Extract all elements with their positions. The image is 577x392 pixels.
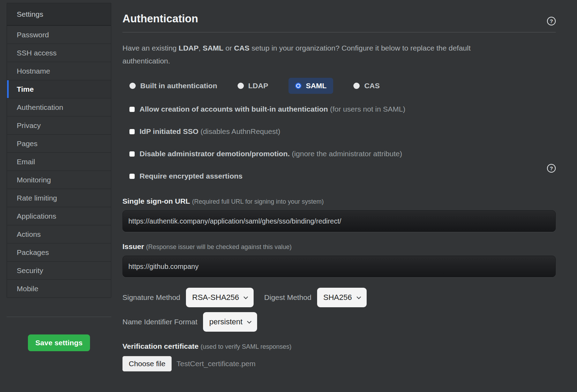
verification-certificate-label-row: Verification certificate (used to verify… bbox=[122, 342, 556, 350]
sidebar-item-applications[interactable]: Applications bbox=[7, 207, 111, 225]
checkbox-unchecked-icon[interactable] bbox=[129, 129, 135, 134]
sidebar-item-packages[interactable]: Packages bbox=[7, 243, 111, 261]
checkbox-text: IdP initiated SSO (disables AuthnRequest… bbox=[140, 127, 280, 136]
checkbox-row-builtin-accounts[interactable]: Allow creation of accounts with built-in… bbox=[129, 105, 556, 113]
sidebar-item-mobile[interactable]: Mobile bbox=[7, 279, 111, 297]
checkbox-row-idp-sso[interactable]: IdP initiated SSO (disables AuthnRequest… bbox=[129, 127, 556, 136]
checkbox-text: Disable administrator demotion/promotion… bbox=[140, 150, 402, 158]
intro-text: Have an existing LDAP, SAML or CAS setup… bbox=[122, 42, 513, 67]
sso-url-input[interactable] bbox=[122, 210, 556, 232]
issuer-section: Issuer (Response issuer will be checked … bbox=[122, 242, 556, 277]
signature-method-select[interactable]: RSA-SHA256 bbox=[186, 288, 254, 307]
certificate-filename: TestCert_certificate.pem bbox=[177, 360, 255, 368]
settings-sidebar: Settings Password SSH access Hostname Ti… bbox=[7, 3, 111, 351]
sidebar-item-actions[interactable]: Actions bbox=[7, 225, 111, 243]
radio-cas[interactable]: CAS bbox=[353, 82, 380, 90]
name-identifier-format-select[interactable]: persistent bbox=[203, 312, 257, 332]
checkbox-unchecked-icon[interactable] bbox=[129, 107, 135, 112]
radio-unchecked-icon bbox=[129, 83, 136, 89]
checkbox-unchecked-icon[interactable] bbox=[129, 174, 135, 179]
certificate-file-row: Choose file TestCert_certificate.pem bbox=[122, 356, 556, 371]
chevron-down-icon bbox=[243, 295, 248, 299]
title-divider bbox=[122, 32, 556, 32]
chevron-down-icon bbox=[357, 295, 361, 299]
checkbox-row-disable-admin-demotion[interactable]: Disable administrator demotion/promotion… bbox=[129, 150, 556, 158]
radio-built-in-authentication[interactable]: Built in authentication bbox=[129, 82, 217, 90]
checkbox-text: Require encrypted assertions bbox=[140, 172, 242, 180]
issuer-input[interactable] bbox=[122, 256, 556, 277]
digest-method-label: Digest Method bbox=[264, 293, 311, 302]
chevron-down-icon bbox=[247, 319, 252, 324]
authentication-settings-page: Settings Password SSH access Hostname Ti… bbox=[0, 0, 577, 392]
sso-url-label-row: Single sign-on URL (Required full URL fo… bbox=[122, 197, 556, 205]
sidebar-header: Settings bbox=[7, 3, 111, 25]
sidebar-item-monitoring[interactable]: Monitoring bbox=[7, 171, 111, 189]
choose-file-button[interactable]: Choose file bbox=[122, 356, 172, 371]
checkbox-unchecked-icon[interactable] bbox=[129, 151, 135, 157]
verification-certificate-section: Verification certificate (used to verify… bbox=[122, 342, 556, 371]
sidebar-item-password[interactable]: Password bbox=[7, 25, 111, 44]
encrypted-assertions-help-icon[interactable] bbox=[547, 164, 556, 173]
radio-unchecked-icon bbox=[238, 83, 244, 89]
name-identifier-format-label: Name Identifier Format bbox=[122, 318, 197, 326]
help-icon[interactable] bbox=[547, 17, 556, 25]
settings-nav: Settings Password SSH access Hostname Ti… bbox=[7, 3, 111, 298]
radio-ldap[interactable]: LDAP bbox=[238, 82, 268, 90]
sidebar-item-rate-limiting[interactable]: Rate limiting bbox=[7, 189, 111, 207]
sidebar-item-ssh-access[interactable]: SSH access bbox=[7, 44, 111, 62]
sidebar-item-privacy[interactable]: Privacy bbox=[7, 116, 111, 134]
sidebar-item-pages[interactable]: Pages bbox=[7, 134, 111, 152]
sidebar-divider bbox=[7, 317, 111, 317]
authentication-section: Authentication Have an existing LDAP, SA… bbox=[122, 0, 556, 371]
signature-method-label: Signature Method bbox=[122, 293, 180, 302]
sidebar-item-authentication[interactable]: Authentication bbox=[7, 98, 111, 116]
sidebar-item-security[interactable]: Security bbox=[7, 261, 111, 279]
sso-url-section: Single sign-on URL (Required full URL fo… bbox=[122, 197, 556, 232]
digest-method-select[interactable]: SHA256 bbox=[317, 288, 367, 307]
checkbox-text: Allow creation of accounts with built-in… bbox=[140, 105, 405, 113]
page-title: Authentication bbox=[122, 0, 556, 25]
sidebar-item-email[interactable]: Email bbox=[7, 152, 111, 171]
checkbox-row-require-encrypted-assertions[interactable]: Require encrypted assertions bbox=[129, 172, 556, 180]
signature-digest-row: Signature Method RSA-SHA256 Digest Metho… bbox=[122, 288, 556, 307]
auth-method-radio-group: Built in authentication LDAP SAML CAS bbox=[129, 78, 556, 94]
sidebar-item-time[interactable]: Time bbox=[7, 80, 111, 98]
name-identifier-row: Name Identifier Format persistent bbox=[122, 312, 556, 332]
save-settings-button[interactable]: Save settings bbox=[28, 334, 90, 351]
radio-checked-icon bbox=[295, 83, 301, 89]
sidebar-item-hostname[interactable]: Hostname bbox=[7, 62, 111, 80]
radio-unchecked-icon bbox=[353, 83, 360, 89]
radio-saml-selected[interactable]: SAML bbox=[288, 78, 334, 94]
issuer-label-row: Issuer (Response issuer will be checked … bbox=[122, 242, 556, 251]
